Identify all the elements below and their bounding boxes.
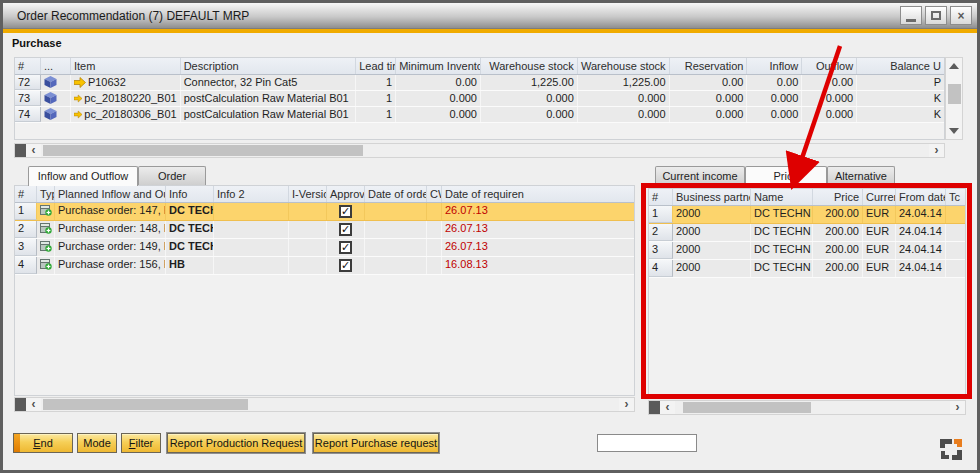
cell-date-of-order[interactable] <box>365 257 427 274</box>
table-row[interactable]: 3 Purchase order: 149, Pos 1 DC TECHNOLO… <box>15 239 634 257</box>
cell-to-date[interactable] <box>946 206 965 223</box>
cell-planned-order[interactable]: Purchase order: 156, Pos 1 <box>55 257 166 274</box>
cell-cw[interactable] <box>427 203 442 220</box>
cell-business-partner[interactable]: 2000 <box>673 206 751 223</box>
cell-inflow[interactable]: 0.000 <box>747 107 802 122</box>
cell-currency[interactable]: EUR <box>863 242 896 259</box>
scrollbar-split-handle[interactable] <box>15 398 26 411</box>
cell-lead-time[interactable]: 1 <box>356 91 396 106</box>
item-code[interactable]: P10632 <box>88 76 126 88</box>
scroll-left-icon[interactable]: ‹ <box>660 401 675 414</box>
hscrollbar-thumb[interactable] <box>43 399 248 410</box>
cell-date-of-order[interactable] <box>365 203 427 220</box>
scroll-up-icon[interactable] <box>949 63 959 69</box>
cell-balance[interactable]: P <box>857 75 944 90</box>
item-table-hscrollbar[interactable]: ‹ › <box>14 143 945 158</box>
footer-text-input[interactable] <box>597 434 697 452</box>
cell-outflow[interactable]: 0.00 <box>802 75 857 90</box>
cell-iversion[interactable] <box>289 221 327 238</box>
row-number-cell[interactable]: 3 <box>649 242 673 259</box>
cell-cw[interactable] <box>427 257 442 274</box>
item-table-vscrollbar[interactable] <box>945 57 963 140</box>
row-number-cell[interactable]: 3 <box>15 239 37 256</box>
cell-date-of-requirement[interactable]: 26.07.13 <box>442 221 634 238</box>
cell-price[interactable]: 200.00 <box>813 224 863 241</box>
mode-button[interactable]: Mode <box>77 433 117 453</box>
cell-from-date[interactable]: 24.04.14 <box>896 206 946 223</box>
table-row[interactable]: 74 pc_20180306_B01 postCalculation Raw M… <box>15 107 944 123</box>
cell-name[interactable]: DC TECHN <box>751 260 813 277</box>
report-purchase-request-button[interactable]: Report Purchase request <box>313 433 439 453</box>
cell-date-of-requirement[interactable]: 26.07.13 <box>442 239 634 256</box>
cell-lead-time[interactable]: 1 <box>356 75 396 90</box>
cell-from-date[interactable]: 24.04.14 <box>896 260 946 277</box>
title-bar[interactable]: Order Recommendation (7) DEFAULT MRP × <box>3 3 977 29</box>
cell-reservation[interactable]: 0.000 <box>670 107 748 122</box>
cell-warehouse-stock-1[interactable]: 1,225.00 <box>481 75 578 90</box>
cell-outflow[interactable]: 0.000 <box>802 91 857 106</box>
cell-price[interactable]: 200.00 <box>813 242 863 259</box>
cell-info[interactable]: DC TECHNOLOG <box>166 203 214 220</box>
cell-info[interactable]: DC TECHNOLOG <box>166 221 214 238</box>
price-table-hscrollbar[interactable]: ‹ › <box>648 400 966 415</box>
end-button[interactable]: End <box>13 433 73 453</box>
cell-info[interactable]: HB <box>166 257 214 274</box>
scrollbar-track[interactable] <box>675 401 950 414</box>
cell-warehouse-stock-2[interactable]: 1,225.00 <box>578 75 670 90</box>
tab-order[interactable]: Order <box>138 166 206 185</box>
scroll-right-icon[interactable]: › <box>950 401 965 414</box>
row-number-cell[interactable]: 4 <box>15 257 37 274</box>
hscrollbar-thumb[interactable] <box>43 145 363 156</box>
table-row[interactable]: 3 2000 DC TECHN 200.00 EUR 24.04.14 <box>649 242 965 260</box>
maximize-button[interactable] <box>925 6 947 25</box>
minimize-button[interactable] <box>900 6 922 25</box>
scroll-right-icon[interactable]: › <box>929 144 944 157</box>
scrollbar-split-handle[interactable] <box>15 144 26 157</box>
resize-grip-icon[interactable] <box>939 437 963 461</box>
row-number-cell[interactable]: 74 <box>15 107 41 122</box>
approved-checkbox-checked[interactable]: ✓ <box>339 241 352 254</box>
cell-planned-order[interactable]: Purchase order: 149, Pos 1 <box>55 239 166 256</box>
cell-business-partner[interactable]: 2000 <box>673 242 751 259</box>
approved-checkbox-checked[interactable]: ✓ <box>339 259 352 272</box>
table-row[interactable]: 4 2000 DC TECHN 200.00 EUR 24.04.14 <box>649 260 965 278</box>
cell-reservation[interactable]: 0.000 <box>670 91 748 106</box>
row-number-cell[interactable]: 72 <box>15 75 41 90</box>
scrollbar-split-handle[interactable] <box>649 401 660 414</box>
scrollbar-track[interactable] <box>41 398 619 411</box>
cell-warehouse-stock-2[interactable]: 0.000 <box>578 107 670 122</box>
cell-iversion[interactable] <box>289 239 327 256</box>
cell-iversion[interactable] <box>289 257 327 274</box>
cell-outflow[interactable]: 0.000 <box>802 107 857 122</box>
cell-planned-order[interactable]: Purchase order: 147, Pos 1 <box>55 203 166 220</box>
table-row[interactable]: 4 Purchase order: 156, Pos 1 HB ✓ 16.08.… <box>15 257 634 275</box>
cell-name[interactable]: DC TECHN <box>751 224 813 241</box>
filter-button[interactable]: Filter <box>121 433 161 453</box>
scroll-left-icon[interactable]: ‹ <box>26 398 41 411</box>
cell-date-of-requirement[interactable]: 26.07.13 <box>442 203 634 220</box>
cell-name[interactable]: DC TECHN <box>751 206 813 223</box>
report-production-request-button[interactable]: Report Production Request <box>167 433 305 453</box>
table-row[interactable]: 72 P10632 Connector, 32 Pin Cat5 1 0.00 … <box>15 75 944 91</box>
cell-info2[interactable] <box>214 257 289 274</box>
cell-planned-order[interactable]: Purchase order: 148, Pos 1 <box>55 221 166 238</box>
cell-min-inventory[interactable]: 0.000 <box>396 107 481 122</box>
cell-inflow[interactable]: 0.000 <box>747 91 802 106</box>
cell-min-inventory[interactable]: 0.00 <box>396 75 481 90</box>
vscrollbar-thumb[interactable] <box>948 84 961 104</box>
cell-approved[interactable]: ✓ <box>327 257 365 274</box>
cell-lead-time[interactable]: 1 <box>356 107 396 122</box>
row-number-cell[interactable]: 4 <box>649 260 673 277</box>
row-number-cell[interactable]: 73 <box>15 91 41 106</box>
cell-balance[interactable]: K <box>857 91 944 106</box>
hscrollbar-thumb[interactable] <box>683 402 811 413</box>
cell-warehouse-stock-1[interactable]: 0.000 <box>481 91 578 106</box>
cell-currency[interactable]: EUR <box>863 224 896 241</box>
cell-info2[interactable] <box>214 221 289 238</box>
cell-description[interactable]: Connector, 32 Pin Cat5 <box>181 75 357 90</box>
cell-date-of-order[interactable] <box>365 221 427 238</box>
cell-currency[interactable]: EUR <box>863 260 896 277</box>
link-arrow-icon[interactable] <box>74 77 86 88</box>
cell-iversion[interactable] <box>289 203 327 220</box>
cell-warehouse-stock-1[interactable]: 0.000 <box>481 107 578 122</box>
